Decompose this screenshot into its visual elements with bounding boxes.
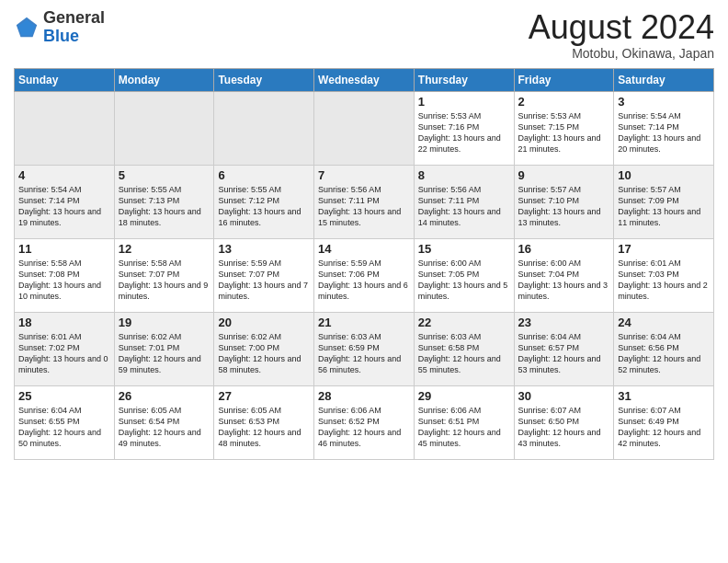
calendar-cell: 11Sunrise: 5:58 AM Sunset: 7:08 PM Dayli… — [15, 238, 115, 312]
logo-blue: Blue — [43, 27, 79, 45]
col-thursday: Thursday — [414, 68, 514, 91]
title-block: August 2024 Motobu, Okinawa, Japan — [529, 9, 714, 61]
cell-content: Sunrise: 5:58 AM Sunset: 7:08 PM Dayligh… — [18, 258, 110, 303]
cell-content: Sunrise: 6:05 AM Sunset: 6:53 PM Dayligh… — [218, 405, 310, 450]
col-friday: Friday — [514, 68, 614, 91]
day-number: 13 — [218, 242, 310, 256]
col-sunday: Sunday — [15, 68, 115, 91]
day-number: 24 — [618, 316, 710, 329]
calendar-cell: 15Sunrise: 6:00 AM Sunset: 7:05 PM Dayli… — [414, 238, 514, 312]
calendar-cell: 17Sunrise: 6:01 AM Sunset: 7:03 PM Dayli… — [614, 238, 714, 312]
day-number: 6 — [218, 168, 310, 182]
calendar-cell: 21Sunrise: 6:03 AM Sunset: 6:59 PM Dayli… — [314, 312, 415, 385]
cell-content: Sunrise: 6:06 AM Sunset: 6:52 PM Dayligh… — [318, 405, 410, 450]
cell-content: Sunrise: 6:03 AM Sunset: 6:58 PM Dayligh… — [418, 331, 510, 376]
cell-content: Sunrise: 5:55 AM Sunset: 7:12 PM Dayligh… — [218, 184, 310, 229]
col-tuesday: Tuesday — [214, 68, 314, 91]
day-number: 5 — [119, 168, 210, 182]
calendar-cell: 30Sunrise: 6:07 AM Sunset: 6:50 PM Dayli… — [514, 385, 614, 459]
calendar-cell: 28Sunrise: 6:06 AM Sunset: 6:52 PM Dayli… — [314, 385, 415, 459]
cell-content: Sunrise: 6:00 AM Sunset: 7:04 PM Dayligh… — [518, 258, 610, 303]
day-number: 4 — [18, 168, 110, 182]
day-number: 19 — [119, 316, 210, 329]
calendar-cell — [15, 91, 115, 165]
cell-content: Sunrise: 5:57 AM Sunset: 7:10 PM Dayligh… — [518, 184, 610, 229]
day-number: 12 — [119, 242, 210, 256]
calendar-cell: 18Sunrise: 6:01 AM Sunset: 7:02 PM Dayli… — [15, 312, 115, 385]
day-number: 14 — [318, 242, 410, 256]
calendar-cell: 8Sunrise: 5:56 AM Sunset: 7:11 PM Daylig… — [414, 165, 514, 238]
header-row: Sunday Monday Tuesday Wednesday Thursday… — [15, 68, 714, 91]
logo-general: General — [43, 8, 105, 27]
cell-content: Sunrise: 6:07 AM Sunset: 6:50 PM Dayligh… — [518, 405, 610, 450]
cell-content: Sunrise: 6:01 AM Sunset: 7:03 PM Dayligh… — [618, 258, 710, 303]
cell-content: Sunrise: 5:53 AM Sunset: 7:16 PM Dayligh… — [418, 110, 510, 155]
cell-content: Sunrise: 6:07 AM Sunset: 6:49 PM Dayligh… — [618, 405, 710, 450]
cell-content: Sunrise: 5:57 AM Sunset: 7:09 PM Dayligh… — [618, 184, 710, 229]
calendar-cell — [114, 91, 214, 165]
cell-content: Sunrise: 6:03 AM Sunset: 6:59 PM Dayligh… — [318, 331, 410, 376]
cell-content: Sunrise: 5:56 AM Sunset: 7:11 PM Dayligh… — [318, 184, 410, 229]
day-number: 22 — [418, 316, 510, 329]
calendar-cell — [314, 91, 415, 165]
logo-text: General Blue — [43, 9, 105, 46]
day-number: 27 — [218, 389, 310, 403]
calendar-week-5: 25Sunrise: 6:04 AM Sunset: 6:55 PM Dayli… — [15, 385, 714, 459]
day-number: 18 — [18, 316, 110, 329]
calendar-cell: 10Sunrise: 5:57 AM Sunset: 7:09 PM Dayli… — [614, 165, 714, 238]
day-number: 15 — [418, 242, 510, 256]
cell-content: Sunrise: 6:05 AM Sunset: 6:54 PM Dayligh… — [119, 405, 210, 450]
day-number: 2 — [518, 95, 610, 109]
day-number: 11 — [18, 242, 110, 256]
day-number: 7 — [318, 168, 410, 182]
cell-content: Sunrise: 6:04 AM Sunset: 6:57 PM Dayligh… — [518, 331, 610, 376]
day-number: 3 — [618, 95, 710, 109]
day-number: 30 — [518, 389, 610, 403]
calendar-cell: 26Sunrise: 6:05 AM Sunset: 6:54 PM Dayli… — [114, 385, 214, 459]
day-number: 17 — [618, 242, 710, 256]
calendar-week-1: 1Sunrise: 5:53 AM Sunset: 7:16 PM Daylig… — [15, 91, 714, 165]
calendar-cell: 22Sunrise: 6:03 AM Sunset: 6:58 PM Dayli… — [414, 312, 514, 385]
calendar-cell: 9Sunrise: 5:57 AM Sunset: 7:10 PM Daylig… — [514, 165, 614, 238]
logo: General Blue — [14, 9, 105, 46]
calendar-cell: 14Sunrise: 5:59 AM Sunset: 7:06 PM Dayli… — [314, 238, 415, 312]
location-subtitle: Motobu, Okinawa, Japan — [529, 46, 714, 61]
day-number: 10 — [618, 168, 710, 182]
col-monday: Monday — [114, 68, 214, 91]
day-number: 21 — [318, 316, 410, 329]
day-number: 1 — [418, 95, 510, 109]
calendar-cell: 19Sunrise: 6:02 AM Sunset: 7:01 PM Dayli… — [114, 312, 214, 385]
calendar-cell: 25Sunrise: 6:04 AM Sunset: 6:55 PM Dayli… — [15, 385, 115, 459]
cell-content: Sunrise: 5:53 AM Sunset: 7:15 PM Dayligh… — [518, 110, 610, 155]
calendar-cell: 20Sunrise: 6:02 AM Sunset: 7:00 PM Dayli… — [214, 312, 314, 385]
cell-content: Sunrise: 6:01 AM Sunset: 7:02 PM Dayligh… — [18, 331, 110, 376]
day-number: 31 — [618, 389, 710, 403]
day-number: 29 — [418, 389, 510, 403]
cell-content: Sunrise: 5:56 AM Sunset: 7:11 PM Dayligh… — [418, 184, 510, 229]
cell-content: Sunrise: 6:02 AM Sunset: 7:01 PM Dayligh… — [119, 331, 210, 376]
calendar-cell: 23Sunrise: 6:04 AM Sunset: 6:57 PM Dayli… — [514, 312, 614, 385]
page-header: General Blue August 2024 Motobu, Okinawa… — [14, 9, 714, 61]
cell-content: Sunrise: 6:04 AM Sunset: 6:56 PM Dayligh… — [618, 331, 710, 376]
calendar-table: Sunday Monday Tuesday Wednesday Thursday… — [14, 68, 714, 460]
calendar-week-2: 4Sunrise: 5:54 AM Sunset: 7:14 PM Daylig… — [15, 165, 714, 238]
day-number: 25 — [18, 389, 110, 403]
day-number: 8 — [418, 168, 510, 182]
calendar-cell: 7Sunrise: 5:56 AM Sunset: 7:11 PM Daylig… — [314, 165, 415, 238]
cell-content: Sunrise: 5:59 AM Sunset: 7:07 PM Dayligh… — [218, 258, 310, 303]
day-number: 9 — [518, 168, 610, 182]
calendar-cell: 6Sunrise: 5:55 AM Sunset: 7:12 PM Daylig… — [214, 165, 314, 238]
month-title: August 2024 — [529, 9, 714, 46]
calendar-cell: 5Sunrise: 5:55 AM Sunset: 7:13 PM Daylig… — [114, 165, 214, 238]
cell-content: Sunrise: 5:55 AM Sunset: 7:13 PM Dayligh… — [119, 184, 210, 229]
calendar-cell: 16Sunrise: 6:00 AM Sunset: 7:04 PM Dayli… — [514, 238, 614, 312]
day-number: 26 — [119, 389, 210, 403]
cell-content: Sunrise: 5:58 AM Sunset: 7:07 PM Dayligh… — [119, 258, 210, 303]
calendar-cell: 13Sunrise: 5:59 AM Sunset: 7:07 PM Dayli… — [214, 238, 314, 312]
day-number: 23 — [518, 316, 610, 329]
calendar-cell: 4Sunrise: 5:54 AM Sunset: 7:14 PM Daylig… — [15, 165, 115, 238]
calendar-cell: 29Sunrise: 6:06 AM Sunset: 6:51 PM Dayli… — [414, 385, 514, 459]
day-number: 20 — [218, 316, 310, 329]
calendar-cell: 1Sunrise: 5:53 AM Sunset: 7:16 PM Daylig… — [414, 91, 514, 165]
calendar-cell: 12Sunrise: 5:58 AM Sunset: 7:07 PM Dayli… — [114, 238, 214, 312]
